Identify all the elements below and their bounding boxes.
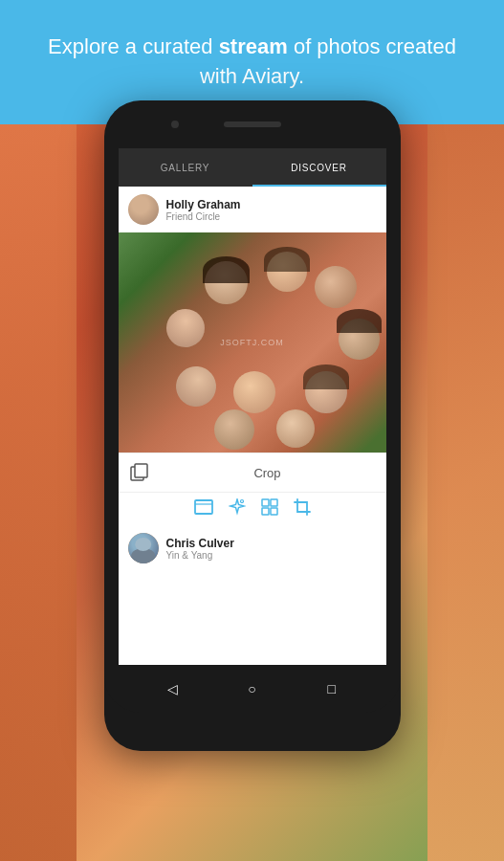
post-image-1: JSOFTJ.COM xyxy=(119,232,386,453)
post-card-2: Chris Culver Yin & Yang xyxy=(119,525,386,571)
crop-aspect-icon[interactable] xyxy=(194,499,213,515)
circle-chris: Yin & Yang xyxy=(166,550,234,561)
post-header-2: Chris Culver Yin & Yang xyxy=(119,525,386,571)
phone-screen: GALLERY DISCOVER Holly Graham Friend Cir… xyxy=(119,148,386,665)
banner-text: Explore a curated stream of photos creat… xyxy=(38,33,466,92)
svg-rect-7 xyxy=(262,508,269,515)
back-button[interactable]: ◁ xyxy=(163,679,182,698)
svg-rect-8 xyxy=(271,508,277,515)
tab-gallery[interactable]: GALLERY xyxy=(119,148,252,187)
home-button[interactable]: ○ xyxy=(242,679,261,698)
avatar-chris xyxy=(128,533,159,563)
svg-rect-2 xyxy=(195,500,212,514)
post-header-1: Holly Graham Friend Circle xyxy=(119,187,386,232)
circle-holly: Friend Circle xyxy=(166,211,241,222)
tab-discover[interactable]: DISCOVER xyxy=(252,148,386,187)
username-chris: Chris Culver xyxy=(166,537,234,550)
svg-point-4 xyxy=(240,500,243,503)
feed[interactable]: Holly Graham Friend Circle xyxy=(119,187,386,665)
user-info-chris: Chris Culver Yin & Yang xyxy=(166,537,234,561)
watermark: JSOFTJ.COM xyxy=(220,338,284,347)
crop-label: Crop xyxy=(159,466,377,480)
crop-icon[interactable] xyxy=(294,498,311,516)
frames-icon[interactable] xyxy=(261,498,278,516)
tools-row xyxy=(119,492,386,523)
recents-button[interactable]: □ xyxy=(322,679,341,698)
post-actions-1: Crop xyxy=(119,453,386,492)
user-info-holly: Holly Graham Friend Circle xyxy=(166,198,241,222)
enhance-icon[interactable] xyxy=(229,498,246,516)
phone-speaker xyxy=(224,121,281,127)
app-header: GALLERY DISCOVER xyxy=(119,148,386,187)
username-holly: Holly Graham xyxy=(166,198,241,211)
phone-camera xyxy=(171,121,179,128)
phone-nav-bar: ◁ ○ □ xyxy=(104,665,401,713)
svg-rect-1 xyxy=(135,464,147,477)
avatar-holly xyxy=(128,194,159,225)
phone-frame: GALLERY DISCOVER Holly Graham Friend Cir… xyxy=(104,100,401,751)
svg-rect-6 xyxy=(271,499,277,506)
copy-icon[interactable] xyxy=(128,461,151,484)
svg-rect-5 xyxy=(262,499,269,506)
post-card-1: Holly Graham Friend Circle xyxy=(119,187,386,523)
phone-top xyxy=(104,100,401,148)
